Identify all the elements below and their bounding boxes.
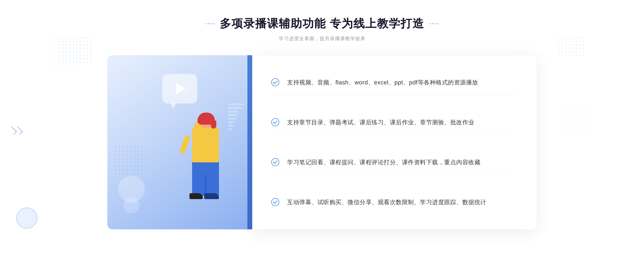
check-icon-4 [271, 198, 280, 206]
svg-point-2 [272, 158, 279, 166]
feature-text-4: 互动弹幕、试听购买、微信分享、观看次数限制、学习进度跟踪、数据统计 [287, 197, 486, 207]
feature-item-3: 学习笔记回看、课程提问、课程评论打分、课件资料下载，重点内容收藏 [271, 150, 515, 175]
decorative-dots-right [430, 23, 438, 24]
play-bubble [162, 74, 197, 103]
play-icon [176, 83, 186, 95]
deco-circle-small [123, 197, 140, 213]
person-arm-left [179, 135, 191, 154]
chevron-icon-2 [14, 126, 23, 135]
check-icon-1 [271, 78, 280, 87]
svg-point-1 [272, 118, 279, 126]
svg-point-0 [272, 79, 279, 86]
feature-text-1: 支持视频、音频、flash、word、excel、ppt、pdf等各种格式的资源… [287, 77, 478, 87]
left-chevron-decoration [11, 127, 21, 134]
feature-item-1: 支持视频、音频、flash、word、excel、ppt、pdf等各种格式的资源… [271, 70, 515, 95]
header-section: 多项录播课辅助功能 专为线上教学打造 学习进度全掌握，提升录播课教学效果 [0, 16, 644, 42]
page-subtitle: 学习进度全掌握，提升录播课教学效果 [0, 35, 644, 42]
person-pants [192, 158, 219, 196]
content-area: (function(){ const c = document.currentS… [107, 55, 537, 229]
blue-accent-bar [247, 55, 252, 229]
person-shoe-left [189, 193, 203, 199]
feature-text-3: 学习笔记回看、课程提问、课程评论打分、课件资料下载，重点内容收藏 [287, 157, 480, 167]
svg-point-3 [272, 198, 279, 206]
title-row: 多项录播课辅助功能 专为线上教学打造 [0, 16, 644, 31]
check-icon-3 [271, 158, 280, 166]
person-shoe-right [204, 193, 219, 199]
illustration-panel: (function(){ const c = document.currentS… [107, 55, 252, 229]
feature-item-4: 互动弹幕、试听购买、微信分享、观看次数限制、学习进度跟踪、数据统计 [271, 190, 515, 215]
person-hair [197, 113, 215, 125]
feature-item-2: 支持章节目录、弹题考试、课后练习、课后作业、章节测验、批改作业 [271, 110, 515, 135]
person-illustration [157, 109, 232, 229]
check-icon-2 [271, 118, 280, 126]
page-title: 多项录播课辅助功能 专为线上教学打造 [220, 16, 424, 31]
features-panel: 支持视频、音频、flash、word、excel、ppt、pdf等各种格式的资源… [252, 55, 537, 229]
decorative-dots-left [206, 23, 214, 24]
feature-text-2: 支持章节目录、弹题考试、课后练习、课后作业、章节测验、批改作业 [287, 117, 474, 127]
panel-dot-grid: (function(){ const c = document.currentS… [115, 147, 144, 176]
decorative-circle-bottom-left [16, 207, 38, 229]
